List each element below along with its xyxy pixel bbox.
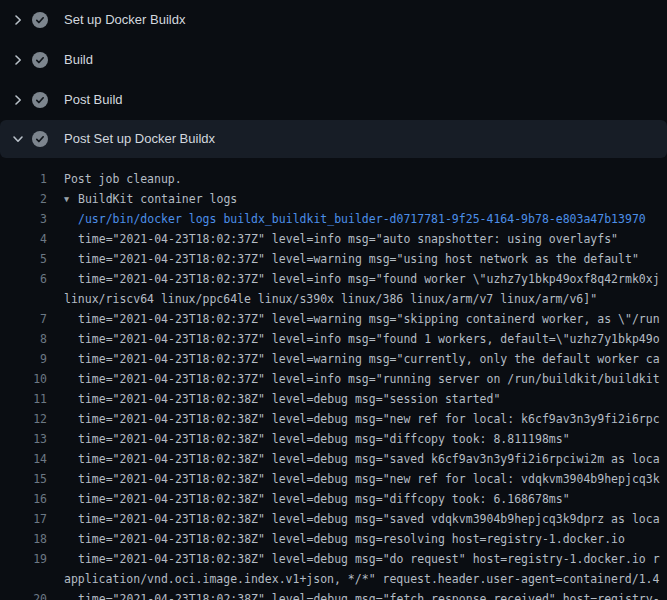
log-line: 20time="2021-04-23T18:02:38Z" level=debu… (0, 589, 667, 600)
line-number[interactable]: 6 (0, 269, 47, 289)
log-line: 9time="2021-04-23T18:02:37Z" level=warni… (0, 349, 667, 369)
log-line: 14time="2021-04-23T18:02:38Z" level=debu… (0, 449, 667, 469)
log-line: 7time="2021-04-23T18:02:37Z" level=warni… (0, 309, 667, 329)
line-number[interactable]: 19 (0, 549, 47, 569)
line-number[interactable]: 18 (0, 529, 47, 549)
log-text: time="2021-04-23T18:02:37Z" level=warnin… (47, 349, 660, 369)
log-text: time="2021-04-23T18:02:38Z" level=debug … (47, 449, 660, 469)
step-row-post-set-up-docker-buildx[interactable]: Post Set up Docker Buildx (0, 120, 667, 158)
line-number[interactable]: 14 (0, 449, 47, 469)
line-number[interactable]: 10 (0, 369, 47, 389)
log-group-line: 2▼BuildKit container logs (0, 189, 667, 209)
log-text: time="2021-04-23T18:02:37Z" level=info m… (47, 229, 618, 249)
line-number[interactable]: 12 (0, 409, 47, 429)
log-text: time="2021-04-23T18:02:38Z" level=debug … (47, 589, 660, 600)
line-number[interactable]: 15 (0, 469, 47, 489)
log-line: 12time="2021-04-23T18:02:38Z" level=debu… (0, 409, 667, 429)
chevron-right-icon (12, 14, 24, 26)
step-row-build[interactable]: Build (0, 40, 667, 80)
line-number[interactable]: 13 (0, 429, 47, 449)
check-circle-icon (32, 12, 48, 28)
line-number[interactable]: 4 (0, 229, 47, 249)
log-text: Post job cleanup. (47, 169, 182, 189)
log-line: 5time="2021-04-23T18:02:37Z" level=warni… (0, 249, 667, 269)
line-number[interactable]: 3 (0, 209, 47, 229)
log-text: time="2021-04-23T18:02:37Z" level=info m… (47, 329, 660, 349)
step-row-set-up-docker-buildx[interactable]: Set up Docker Buildx (0, 0, 667, 40)
log-command-text: /usr/bin/docker logs buildx_buildkit_bui… (47, 209, 646, 229)
job-steps-list: Set up Docker BuildxBuildPost BuildPost … (0, 0, 667, 158)
log-text: time="2021-04-23T18:02:38Z" level=debug … (47, 529, 625, 549)
step-label: Post Build (64, 92, 123, 108)
log-line: 11time="2021-04-23T18:02:38Z" level=debu… (0, 389, 667, 409)
log-text: time="2021-04-23T18:02:37Z" level=info m… (47, 269, 660, 289)
check-circle-icon (32, 131, 48, 147)
log-text: time="2021-04-23T18:02:37Z" level=info m… (47, 369, 660, 389)
line-number[interactable]: 17 (0, 509, 47, 529)
log-wrapped-text: linux/riscv64 linux/ppc64le linux/s390x … (47, 289, 597, 309)
line-number[interactable]: 20 (0, 589, 47, 600)
step-log-console: 1Post job cleanup.2▼BuildKit container l… (0, 158, 667, 600)
log-line: 8time="2021-04-23T18:02:37Z" level=info … (0, 329, 667, 349)
chevron-right-icon (12, 54, 24, 66)
line-number[interactable]: 2 (0, 189, 47, 209)
log-text: time="2021-04-23T18:02:38Z" level=debug … (47, 509, 660, 529)
log-text: time="2021-04-23T18:02:37Z" level=warnin… (47, 249, 639, 269)
log-line: 10time="2021-04-23T18:02:37Z" level=info… (0, 369, 667, 389)
step-label: Post Set up Docker Buildx (64, 131, 215, 147)
log-text: time="2021-04-23T18:02:38Z" level=debug … (47, 549, 660, 569)
line-number[interactable]: 9 (0, 349, 47, 369)
log-line: 3/usr/bin/docker logs buildx_buildkit_bu… (0, 209, 667, 229)
log-text: time="2021-04-23T18:02:38Z" level=debug … (47, 429, 570, 449)
chevron-right-icon (12, 94, 24, 106)
log-line: 1Post job cleanup. (0, 169, 667, 189)
log-line: linux/riscv64 linux/ppc64le linux/s390x … (0, 289, 667, 309)
log-line: 15time="2021-04-23T18:02:38Z" level=debu… (0, 469, 667, 489)
check-circle-icon (32, 52, 48, 68)
line-number[interactable]: 11 (0, 389, 47, 409)
line-number[interactable]: 16 (0, 489, 47, 509)
line-number[interactable]: 1 (0, 169, 47, 189)
line-number (0, 569, 47, 589)
log-text: time="2021-04-23T18:02:37Z" level=warnin… (47, 309, 660, 329)
log-text: ▼BuildKit container logs (47, 189, 237, 209)
log-line: 17time="2021-04-23T18:02:38Z" level=debu… (0, 509, 667, 529)
triangle-down-icon[interactable]: ▼ (64, 189, 78, 209)
log-text: time="2021-04-23T18:02:38Z" level=debug … (47, 389, 500, 409)
check-circle-icon (32, 92, 48, 108)
log-text: time="2021-04-23T18:02:38Z" level=debug … (47, 489, 570, 509)
line-number[interactable]: 8 (0, 329, 47, 349)
log-line: 6time="2021-04-23T18:02:37Z" level=info … (0, 269, 667, 289)
log-line: 19time="2021-04-23T18:02:38Z" level=debu… (0, 549, 667, 569)
step-label: Build (64, 52, 93, 68)
line-number[interactable]: 5 (0, 249, 47, 269)
log-line: 4time="2021-04-23T18:02:37Z" level=info … (0, 229, 667, 249)
log-group-label[interactable]: BuildKit container logs (78, 192, 237, 206)
log-line: 18time="2021-04-23T18:02:38Z" level=debu… (0, 529, 667, 549)
log-line: application/vnd.oci.image.index.v1+json,… (0, 569, 667, 589)
step-row-post-build[interactable]: Post Build (0, 80, 667, 120)
log-text: time="2021-04-23T18:02:38Z" level=debug … (47, 469, 660, 489)
log-line: 16time="2021-04-23T18:02:38Z" level=debu… (0, 489, 667, 509)
log-wrapped-text: application/vnd.oci.image.index.v1+json,… (47, 569, 659, 589)
line-number[interactable]: 7 (0, 309, 47, 329)
line-number (0, 289, 47, 309)
log-line: 13time="2021-04-23T18:02:38Z" level=debu… (0, 429, 667, 449)
step-label: Set up Docker Buildx (64, 12, 185, 28)
chevron-down-icon (12, 133, 24, 145)
log-text: time="2021-04-23T18:02:38Z" level=debug … (47, 409, 660, 429)
